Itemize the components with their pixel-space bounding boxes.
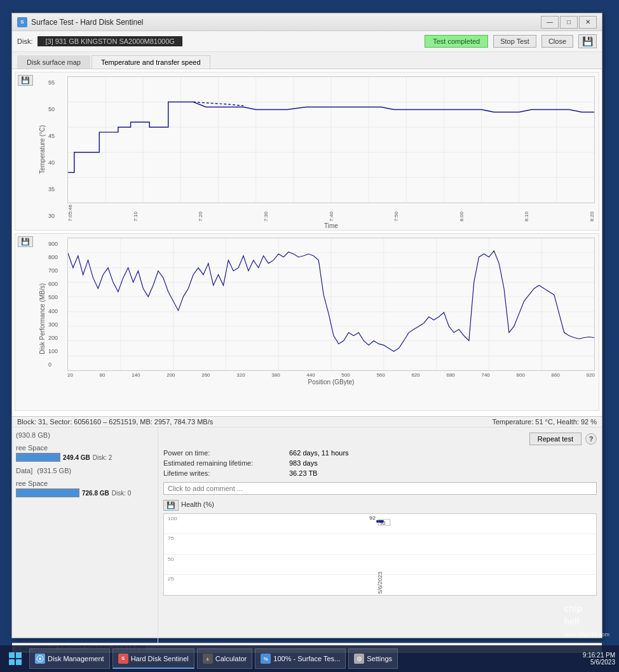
window-close-button[interactable]: ✕ <box>579 16 597 29</box>
svg-text:75: 75 <box>168 535 174 541</box>
health-section: 💾 Health (%) 100 75 50 <box>163 500 597 596</box>
x-time-label: 7:40 <box>329 205 334 222</box>
svg-text:100: 100 <box>168 515 177 521</box>
save-toolbar-button[interactable]: 💾 <box>578 34 597 48</box>
svg-rect-54 <box>16 659 22 665</box>
disk-bar-fill-4 <box>16 488 79 497</box>
stop-test-button[interactable]: Stop Test <box>493 35 536 48</box>
window-controls: — □ ✕ <box>541 16 597 29</box>
disk-bar-fill-2 <box>16 453 60 462</box>
taskbar: Disk Management S Hard Disk Sentinel ± C… <box>0 645 619 672</box>
y-tick-30: 30 <box>48 213 66 219</box>
disk-bar-4: 726.8 GB Disk: 0 <box>16 488 154 497</box>
minimize-button[interactable]: — <box>541 16 559 29</box>
start-button[interactable] <box>4 648 27 669</box>
bottom-panel: (930.8 GB) ree Space 249.4 GB Disk: 2 Da… <box>12 427 602 643</box>
time-display: 9:16:21 PM <box>583 652 615 659</box>
performance-chart-section: 💾 Disk Performance (MB/s) 0 100 200 300 … <box>15 233 599 411</box>
toolbar: Disk: [3] 931 GB KINGSTON SA2000M81000G … <box>12 31 602 52</box>
block-info: Block: 31, Sector: 6056160 – 6251519, MB… <box>17 418 213 426</box>
temperature-chart-section: 💾 Temperature (°C) 30 35 40 45 50 55 <box>15 72 599 231</box>
x-time-label: 7:50 <box>393 205 399 222</box>
drive-info-panel: Repeat test ? Power on time: 662 days, 1… <box>158 427 602 643</box>
settings-icon: ⚙ <box>354 654 364 664</box>
taskbar-disk-management[interactable]: Disk Management <box>29 648 110 669</box>
tab-temp-transfer-speed[interactable]: Temperature and transfer speed <box>92 55 210 69</box>
repeat-test-button[interactable]: Repeat test <box>529 433 582 445</box>
x-pos-label: 920 <box>587 372 595 378</box>
svg-rect-51 <box>9 652 15 658</box>
y-tick-40: 40 <box>48 159 66 166</box>
writes-row: Lifetime writes: 36.23 TB <box>163 469 597 477</box>
x-time-label: 8:20 <box>589 205 595 222</box>
save-perf-chart-button[interactable]: 💾 <box>18 236 33 247</box>
svg-text:25: 25 <box>168 576 174 582</box>
remaining-row: Estimated remaining lifetime: 983 days <box>163 459 597 467</box>
title-bar: S Surface Test - Hard Disk Sentinel — □ … <box>12 13 602 31</box>
x-pos-label: 320 <box>236 372 245 378</box>
taskbar-clock: 9:16:21 PM 5/6/2023 <box>583 652 615 666</box>
app-icon: S <box>17 17 27 27</box>
comment-input[interactable] <box>163 482 597 495</box>
surface-test-icon: % <box>261 654 271 664</box>
power-on-row: Power on time: 662 days, 11 hours <box>163 449 597 457</box>
x-pos-label: 680 <box>446 372 454 378</box>
window-title: Surface Test - Hard Disk Sentinel <box>31 18 541 27</box>
performance-svg <box>68 238 594 370</box>
save-health-button[interactable]: 💾 <box>163 500 179 511</box>
writes-value: 36.23 TB <box>289 469 317 477</box>
test-status-badge: Test completed <box>425 35 488 48</box>
taskbar-calculator[interactable]: ± Calculator <box>197 648 253 669</box>
disk-entry-4: ree Space 726.8 GB Disk: 0 <box>16 480 154 497</box>
save-temp-chart-button[interactable]: 💾 <box>18 75 33 86</box>
x-pos-label: 800 <box>517 372 525 378</box>
svg-rect-53 <box>9 659 15 665</box>
x-time-label: 7:20 <box>198 205 203 222</box>
disk-label: Disk: <box>17 37 32 45</box>
remaining-label: Estimated remaining lifetime: <box>163 459 284 467</box>
perf-y-400: 400 <box>48 308 66 314</box>
perf-y-800: 800 <box>48 254 66 260</box>
x-pos-label: 380 <box>271 372 280 378</box>
taskbar-surface-test[interactable]: % 100% - Surface Tes... <box>255 648 346 669</box>
repeat-row: Repeat test ? <box>163 433 597 445</box>
power-on-value: 662 days, 11 hours <box>289 449 349 457</box>
tab-disk-surface-map[interactable]: Disk surface map <box>17 55 90 69</box>
x-pos-label: 80 <box>100 372 105 378</box>
perf-y-0: 0 <box>48 361 66 368</box>
x-time-label: 7:05:46 <box>67 205 73 222</box>
perf-y-700: 700 <box>48 267 66 274</box>
disk-name: [3] 931 GB KINGSTON SA2000M81000G <box>37 36 182 46</box>
svg-text:92: 92 <box>369 514 376 520</box>
taskbar-hard-disk-sentinel[interactable]: S Hard Disk Sentinel <box>112 648 194 669</box>
x-time-label: 8:10 <box>524 205 529 222</box>
disk-bar-2: 249.4 GB Disk: 2 <box>16 453 154 462</box>
maximize-button[interactable]: □ <box>560 16 578 29</box>
health-date: 5/6/2023 <box>377 572 383 594</box>
taskbar-settings[interactable]: ⚙ Settings <box>348 648 398 669</box>
temp-y-label: Temperature (°C) <box>39 125 46 174</box>
status-bar: Block: 31, Sector: 6056160 – 6251519, MB… <box>12 416 602 427</box>
x-time-label: 7:10 <box>133 205 139 222</box>
main-window: S Surface Test - Hard Disk Sentinel — □ … <box>11 13 602 638</box>
disk-bar-value-2: 249.4 GB <box>63 454 90 461</box>
x-pos-label: 260 <box>201 372 210 378</box>
power-on-label: Power on time: <box>163 449 284 457</box>
health-chart: 100 75 50 25 92 92 <box>163 513 597 596</box>
disk-entry-1: (930.8 GB) <box>16 431 154 439</box>
clock-display: 9:16:21 PM 5/6/2023 <box>583 652 615 666</box>
disk-label-2: ree Space <box>16 444 48 452</box>
y-tick-55: 55 <box>48 79 66 86</box>
help-button[interactable]: ? <box>585 433 597 445</box>
perf-y-500: 500 <box>48 294 66 300</box>
perf-y-600: 600 <box>48 281 66 287</box>
temp-health-info: Temperature: 51 °C, Health: 92 % <box>492 418 597 426</box>
disk-management-icon <box>35 654 45 664</box>
close-button[interactable]: Close <box>541 35 573 48</box>
x-pos-label: 860 <box>552 372 560 378</box>
y-tick-35: 35 <box>48 186 66 192</box>
perf-y-200: 200 <box>48 335 66 341</box>
svg-text:50: 50 <box>168 556 174 561</box>
perf-y-900: 900 <box>48 241 66 247</box>
x-time-label: 7:30 <box>263 205 269 222</box>
